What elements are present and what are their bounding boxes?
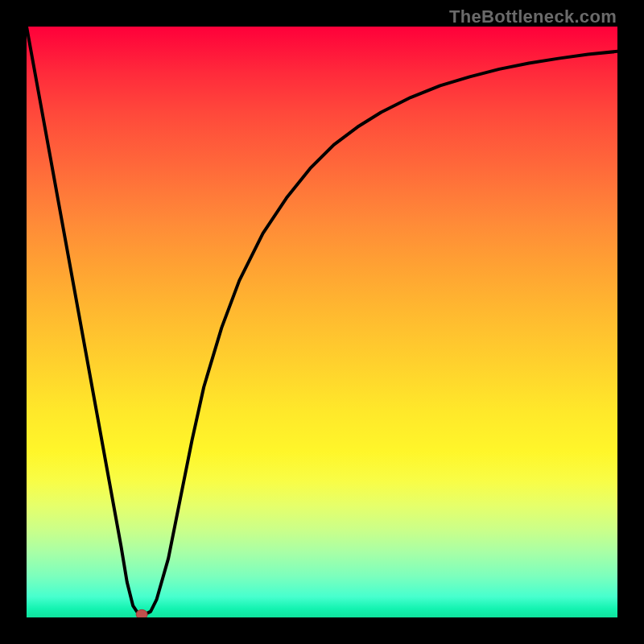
plot-area bbox=[27, 27, 617, 617]
chart-frame: TheBottleneck.com bbox=[0, 0, 644, 644]
marker-dot bbox=[136, 609, 147, 617]
watermark-text: TheBottleneck.com bbox=[449, 6, 617, 27]
chart-svg bbox=[27, 27, 617, 617]
bottleneck-curve bbox=[27, 27, 617, 614]
